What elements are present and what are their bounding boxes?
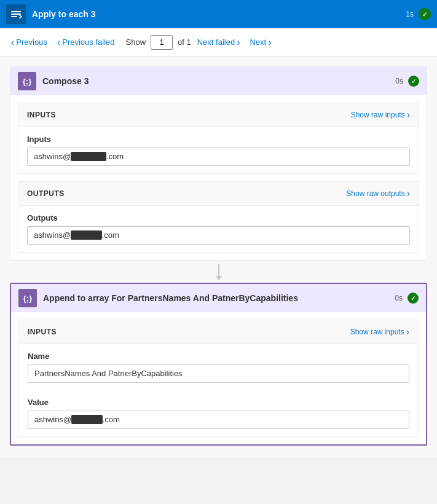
- append-name-field-block: Name PartnersNames And PatnerByCapabilit…: [19, 344, 418, 390]
- compose-show-raw-inputs-label: Show raw inputs: [351, 111, 405, 119]
- compose-outputs-field-value: ashwins@ .com: [27, 226, 410, 245]
- append-show-raw-inputs-label: Show raw inputs: [350, 328, 404, 336]
- apply-to-each-header: Apply to each 3 1s ✓: [0, 0, 437, 28]
- compose-outputs-title: OUTPUTS: [27, 189, 346, 198]
- append-block: {;} Append to array For PartnersNames An…: [10, 283, 427, 446]
- next-button[interactable]: Next: [246, 34, 275, 50]
- append-inputs-title: INPUTS: [28, 328, 350, 336]
- compose-inputs-field-value: ashwins@ .com: [27, 148, 410, 166]
- chevron-right-failed-icon: [237, 37, 240, 48]
- compose-check-icon: ✓: [411, 78, 416, 85]
- compose-block: {;} Compose 3 0s ✓ INPUTS Show raw input…: [10, 66, 427, 261]
- navigation-bar: Previous Previous failed Show of 1 Next …: [0, 28, 437, 57]
- inner-content: {;} Compose 3 0s ✓ INPUTS Show raw input…: [0, 57, 437, 458]
- append-icon-symbol: {;}: [23, 294, 32, 303]
- compose-outputs-field-block: Outputs ashwins@ .com: [18, 206, 419, 252]
- apply-to-each-icon: [6, 4, 26, 24]
- append-value-redacted: [71, 415, 103, 424]
- compose-outputs-redacted: [71, 230, 102, 240]
- compose-success-badge: ✓: [408, 76, 419, 87]
- append-show-raw-inputs-link[interactable]: Show raw inputs: [350, 326, 409, 337]
- append-value-field-block: Value ashwins@ .com: [19, 390, 418, 436]
- compose-inputs-title: INPUTS: [27, 111, 351, 119]
- svg-rect-0: [11, 11, 21, 12]
- compose-inputs-field-block: Inputs ashwins@ .com: [18, 127, 419, 173]
- compose-inputs-chevron-icon: [407, 109, 410, 120]
- next-failed-button[interactable]: Next failed: [194, 34, 244, 50]
- chevron-left-failed-icon: [57, 37, 60, 48]
- previous-button[interactable]: Previous: [7, 34, 51, 50]
- of-label: of 1: [178, 37, 191, 47]
- compose-inputs-redacted: [71, 152, 106, 161]
- compose-inputs-field-label: Inputs: [27, 135, 410, 144]
- compose-title: Compose 3: [42, 76, 395, 86]
- arrow-connector: [10, 261, 427, 283]
- chevron-right-icon: [268, 37, 271, 48]
- compose-outputs-field-label: Outputs: [27, 213, 410, 222]
- page-number-input[interactable]: [151, 35, 173, 50]
- compose-outputs-header: OUTPUTS Show raw outputs: [18, 182, 419, 206]
- compose-outputs-panel: OUTPUTS Show raw outputs Outputs ashwins…: [18, 181, 419, 253]
- loop-icon: [10, 8, 22, 20]
- arrow-line: [218, 264, 219, 280]
- apply-to-each-title: Apply to each 3: [32, 9, 406, 19]
- svg-rect-2: [11, 16, 17, 17]
- append-inputs-header: INPUTS Show raw inputs: [19, 320, 418, 344]
- next-failed-label: Next failed: [197, 37, 235, 47]
- compose-show-raw-outputs-label: Show raw outputs: [346, 189, 404, 198]
- append-icon: {;}: [18, 289, 37, 307]
- compose-inputs-header: INPUTS Show raw inputs: [18, 103, 419, 127]
- append-inputs-chevron-icon: [406, 326, 409, 337]
- compose-icon-symbol: {;}: [23, 77, 31, 86]
- append-inputs-panel: INPUTS Show raw inputs Name PartnersName…: [18, 320, 419, 437]
- apply-to-each-success-badge: ✓: [419, 8, 431, 20]
- next-label: Next: [250, 37, 266, 47]
- check-icon: ✓: [422, 11, 427, 18]
- append-value-value: ashwins@ .com: [28, 411, 409, 429]
- append-check-icon: ✓: [411, 295, 415, 302]
- append-name-value: PartnersNames And PatnerByCapabilities: [28, 364, 409, 383]
- compose-show-raw-outputs-link[interactable]: Show raw outputs: [346, 188, 410, 199]
- compose-icon: {;}: [18, 72, 36, 90]
- previous-failed-button[interactable]: Previous failed: [53, 34, 119, 50]
- compose-outputs-chevron-icon: [407, 188, 410, 199]
- outer-wrapper: Apply to each 3 1s ✓ Previous Previous f…: [0, 0, 437, 458]
- previous-label: Previous: [16, 37, 47, 47]
- append-name-label: Name: [28, 352, 409, 361]
- compose-header: {;} Compose 3 0s ✓: [10, 67, 427, 95]
- compose-duration: 0s: [395, 77, 403, 85]
- show-label: Show: [126, 37, 146, 47]
- compose-show-raw-inputs-link[interactable]: Show raw inputs: [351, 109, 410, 120]
- append-duration: 0s: [395, 294, 403, 302]
- append-value-label: Value: [28, 398, 409, 407]
- append-header: {;} Append to array For PartnersNames An…: [11, 284, 426, 312]
- compose-inputs-panel: INPUTS Show raw inputs Inputs ashwins@ .…: [18, 103, 419, 174]
- append-success-badge: ✓: [407, 293, 419, 304]
- previous-failed-label: Previous failed: [62, 37, 114, 47]
- apply-to-each-duration: 1s: [406, 10, 414, 18]
- chevron-left-icon: [11, 37, 14, 48]
- append-title: Append to array For PartnersNames And Pa…: [43, 293, 395, 303]
